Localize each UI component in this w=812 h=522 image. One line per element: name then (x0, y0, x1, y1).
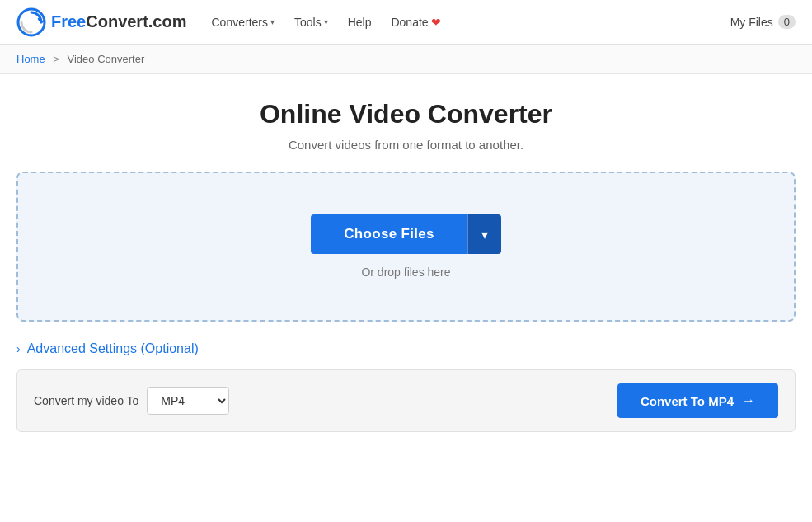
dropzone[interactable]: Choose Files ▾ Or drop files here (16, 172, 796, 322)
nav-donate[interactable]: Donate ❤ (391, 16, 440, 29)
drop-text: Or drop files here (361, 266, 450, 279)
header: FreeConvert.com Converters ▾ Tools ▾ Hel… (0, 0, 812, 45)
nav-converters[interactable]: Converters ▾ (212, 16, 275, 29)
choose-files-container: Choose Files ▾ (311, 214, 500, 254)
logo-icon (16, 7, 46, 37)
tools-chevron-icon: ▾ (324, 17, 328, 26)
chevron-down-icon: ▾ (481, 227, 488, 242)
my-files[interactable]: My Files 0 (730, 15, 796, 29)
convert-label: Convert my video To MP4 AVI MOV MKV WMV … (34, 387, 229, 415)
convert-bar: Convert my video To MP4 AVI MOV MKV WMV … (16, 369, 796, 432)
arrow-right-icon: → (742, 393, 755, 408)
choose-files-dropdown-button[interactable]: ▾ (467, 214, 501, 254)
converters-chevron-icon: ▾ (270, 17, 275, 26)
page-subtitle: Convert videos from one format to anothe… (16, 138, 796, 152)
chevron-right-icon: › (16, 342, 21, 355)
breadcrumb-home[interactable]: Home (16, 53, 45, 65)
advanced-settings-label: Advanced Settings (Optional) (27, 341, 199, 356)
format-select[interactable]: MP4 AVI MOV MKV WMV FLV WEBM (147, 387, 229, 415)
advanced-settings-toggle[interactable]: › Advanced Settings (Optional) (16, 341, 796, 356)
breadcrumb-separator: > (53, 53, 59, 65)
breadcrumb: Home > Video Converter (0, 45, 812, 74)
nav-help[interactable]: Help (348, 16, 372, 29)
main-nav: Converters ▾ Tools ▾ Help Donate ❤ (212, 16, 730, 29)
convert-button-label: Convert To MP4 (641, 394, 734, 408)
convert-button[interactable]: Convert To MP4 → (617, 383, 778, 418)
page-title: Online Video Converter (16, 99, 796, 129)
main-content: Online Video Converter Convert videos fr… (0, 74, 812, 449)
breadcrumb-current: Video Converter (68, 53, 145, 65)
choose-files-button[interactable]: Choose Files (311, 214, 467, 254)
convert-label-text: Convert my video To (34, 394, 138, 407)
heart-icon: ❤ (431, 16, 441, 29)
logo[interactable]: FreeConvert.com (16, 7, 187, 37)
logo-text: FreeConvert.com (51, 12, 187, 31)
nav-tools[interactable]: Tools ▾ (294, 16, 328, 29)
my-files-count: 0 (778, 15, 796, 29)
